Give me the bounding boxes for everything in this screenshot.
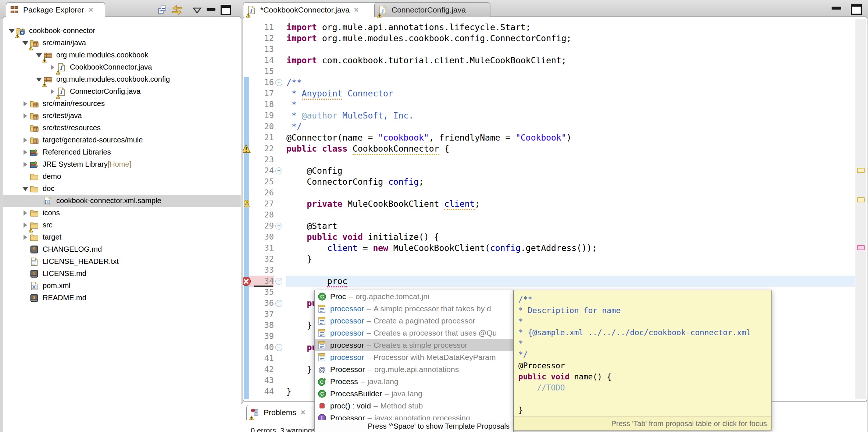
code-line-24[interactable]: 24− @Config: [243, 165, 855, 176]
chevron-collapsed-icon[interactable]: [22, 101, 30, 107]
code-line-14[interactable]: 14import com.cookbook.tutorial.client.Mu…: [243, 55, 855, 66]
completion-item[interactable]: processor–Creates a simple processor: [315, 339, 513, 351]
line-number: 44: [248, 386, 274, 397]
code-line-33[interactable]: 33: [243, 265, 855, 276]
chevron-collapsed-icon[interactable]: [22, 234, 30, 240]
chevron-collapsed-icon[interactable]: [22, 210, 30, 216]
tree-item-label: pom.xml: [43, 281, 71, 290]
code-line-16[interactable]: 16−/**: [243, 77, 855, 88]
fold-collapse-icon[interactable]: −: [275, 167, 282, 174]
editor-tab-cookbookconnector[interactable]: J *CookbookConnector.java ×: [243, 2, 382, 17]
window-maximize-button[interactable]: [851, 4, 862, 15]
source-folder-icon: [30, 99, 40, 108]
tree-item[interactable]: doc: [3, 183, 241, 195]
fold-collapse-icon[interactable]: −: [275, 300, 282, 307]
close-icon[interactable]: ×: [301, 408, 306, 417]
completion-item[interactable]: processor–A simple processor that takes …: [315, 302, 513, 315]
code-line-12[interactable]: 12import org.mule.modules.cookbook.confi…: [243, 33, 855, 44]
tree-item[interactable]: org.mule.modules.cookbook.config: [3, 73, 241, 85]
content-assist-list[interactable]: CProc–org.apache.tomcat.jniprocessor–A s…: [315, 290, 513, 420]
tree-item[interactable]: Xcookbook-connector.xml.sample: [3, 195, 241, 207]
line-number: 34: [248, 276, 274, 287]
tree-item[interactable]: demo: [3, 170, 241, 183]
completion-item[interactable]: proc() : void–Method stub: [315, 400, 513, 412]
package-explorer-tab[interactable]: Package Explorer ×: [6, 2, 105, 17]
code-line-34[interactable]: 34− proc: [243, 276, 855, 287]
view-menu-icon[interactable]: [193, 7, 201, 15]
tree-item[interactable]: target: [3, 231, 241, 243]
tree-item[interactable]: JConnectorConfig.java: [3, 85, 241, 98]
tree-item[interactable]: target/generated-sources/mule: [3, 134, 241, 146]
code-line-31[interactable]: 31 client = new MuleCookBookClient(confi…: [243, 242, 855, 254]
editor-tab-connectorconfig[interactable]: J ConnectorConfig.java: [374, 2, 490, 17]
code-line-23[interactable]: 23: [243, 154, 855, 165]
warning-overlay-icon: [42, 80, 47, 85]
package-explorer-tree[interactable]: Jcookbook-connectorsrc/main/javaorg.mule…: [3, 25, 241, 304]
package-icon: [43, 75, 54, 84]
completion-item[interactable]: IProcessor–javax.annotation.processing: [315, 412, 513, 420]
tree-item[interactable]: src/main/resources: [3, 98, 241, 110]
close-icon[interactable]: ×: [89, 6, 93, 14]
warning-marker[interactable]: [857, 197, 865, 202]
code-line-29[interactable]: 29− @Start: [243, 220, 855, 231]
code-line-17[interactable]: 17 * Anypoint Connector: [243, 88, 855, 99]
code-line-25[interactable]: 25 ConnectorConfig config;: [243, 176, 855, 187]
code-line-27[interactable]: 27 private MuleCookBookClient client;: [243, 198, 855, 209]
collapse-all-icon[interactable]: [157, 5, 168, 17]
completion-item[interactable]: CAProcess–java.lang: [315, 375, 513, 387]
view-minimize-button[interactable]: [207, 8, 215, 11]
tree-item[interactable]: src/test/resources: [3, 122, 241, 134]
code-line-32[interactable]: 32 }: [243, 254, 855, 265]
code-line-28[interactable]: 28: [243, 209, 855, 220]
tree-item[interactable]: org.mule.modules.cookbook: [3, 49, 241, 61]
tree-item[interactable]: LICENSE_HEADER.txt: [3, 255, 241, 268]
completion-item[interactable]: CProc–org.apache.tomcat.jni: [315, 290, 513, 302]
overview-ruler[interactable]: [855, 19, 866, 399]
warning-marker[interactable]: [857, 168, 865, 173]
chevron-collapsed-icon[interactable]: [22, 162, 30, 167]
tree-item[interactable]: SLICENSE.md: [3, 268, 241, 280]
completion-item[interactable]: processor–Creates a processor that uses …: [315, 327, 513, 339]
code-line-15[interactable]: 15: [243, 66, 855, 77]
chevron-collapsed-icon[interactable]: [22, 137, 30, 143]
code-line-11[interactable]: 11import org.mule.api.annotations.lifecy…: [243, 22, 855, 33]
code-line-19[interactable]: 19 * @author MuleSoft, Inc.: [243, 110, 855, 121]
fold-collapse-icon[interactable]: −: [275, 344, 282, 351]
code-line-26[interactable]: 26: [243, 187, 855, 198]
tree-item[interactable]: SCHANGELOG.md: [3, 243, 241, 255]
bulb-warning-gutter-icon[interactable]: [243, 199, 251, 209]
code-line-20[interactable]: 20 */: [243, 121, 855, 132]
tree-item[interactable]: src/test/java: [3, 110, 241, 122]
code-line-22[interactable]: 22public class CookbookConnector {: [243, 143, 855, 154]
link-with-editor-icon[interactable]: [171, 4, 183, 17]
tree-item[interactable]: src/main/java: [3, 37, 241, 49]
tree-item[interactable]: Referenced Libraries: [3, 146, 241, 158]
completion-item[interactable]: CProcessBuilder–java.lang: [315, 387, 513, 400]
view-maximize-button[interactable]: [221, 5, 231, 15]
close-icon[interactable]: ×: [354, 6, 359, 14]
code-line-21[interactable]: 21@Connector(name = "cookbook", friendly…: [243, 132, 855, 143]
tree-item[interactable]: Jcookbook-connector: [3, 25, 241, 37]
code-line-13[interactable]: 13: [243, 44, 855, 55]
fold-collapse-icon[interactable]: −: [275, 79, 282, 86]
tree-item[interactable]: SREADME.md: [3, 292, 241, 304]
fold-collapse-icon[interactable]: −: [275, 278, 282, 285]
code-line-18[interactable]: 18 *: [243, 99, 855, 110]
chevron-collapsed-icon[interactable]: [22, 113, 30, 119]
chevron-collapsed-icon[interactable]: [22, 149, 30, 155]
tree-item[interactable]: JRE System Library [Home]: [3, 158, 241, 170]
completion-item[interactable]: @Processor–org.mule.api.annotations: [315, 363, 513, 375]
tree-item[interactable]: JCookbookConnector.java: [3, 61, 241, 73]
tree-item[interactable]: icons: [3, 207, 241, 219]
completion-item[interactable]: processor–Processor with MetaDataKeyPara…: [315, 351, 513, 363]
task-marker[interactable]: [857, 245, 865, 250]
error-gutter-icon[interactable]: [243, 276, 251, 286]
tree-item[interactable]: src: [3, 219, 241, 231]
completion-item[interactable]: processor–Create a paginated processor: [315, 315, 513, 327]
code-line-30[interactable]: 30 public void initialize() {: [243, 231, 855, 242]
tree-item[interactable]: Xpom.xml: [3, 280, 241, 292]
chevron-expanded-icon[interactable]: [22, 186, 30, 192]
window-minimize-button[interactable]: [832, 7, 841, 10]
warning-gutter-icon[interactable]: [243, 144, 251, 154]
fold-collapse-icon[interactable]: −: [275, 223, 282, 230]
